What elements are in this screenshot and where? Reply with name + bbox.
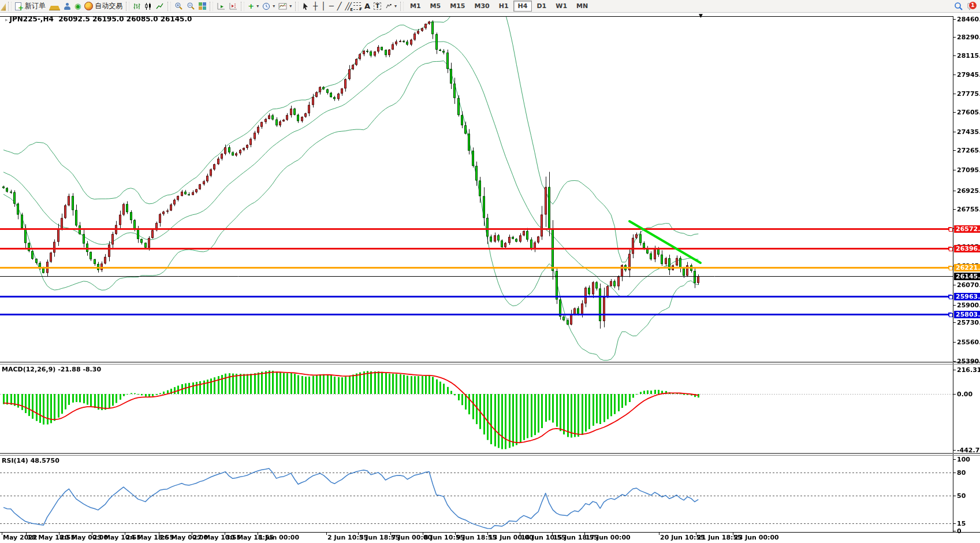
auto-scroll-button[interactable]	[215, 1, 227, 12]
toolbar-grip	[167, 2, 171, 11]
gold-button[interactable]	[47, 1, 62, 12]
bar-chart-button[interactable]	[131, 1, 143, 12]
price-tick-label: 25900.0	[957, 302, 980, 309]
template-icon	[278, 2, 287, 10]
tile-windows-button[interactable]	[197, 1, 208, 12]
ohlc-values: 26092.5 26195.0 26085.0 26145.0	[58, 15, 192, 23]
toolbar: + 新订单 ◉ 自动交易	[0, 0, 980, 13]
price-line-label: 26221.4	[954, 264, 980, 272]
macd-tick-label: 216.31	[957, 366, 980, 374]
new-order-icon: +	[15, 2, 23, 10]
timeframe-button-m15[interactable]: M15	[445, 1, 469, 12]
profile-icon	[64, 2, 71, 10]
notification-badge: 1	[969, 2, 977, 9]
price-line-label: 26145.0	[954, 273, 980, 280]
one-click-trading-arrow-icon[interactable]: ▸	[5, 17, 8, 23]
price-tick-label: 26755.0	[957, 206, 980, 213]
toolbar-grip	[210, 2, 213, 11]
price-tick-label: 25390.0	[957, 358, 980, 365]
channel-tool-button[interactable]: ╱╱E	[344, 1, 352, 12]
dropdown-arrow-icon: ▾	[273, 3, 275, 9]
trading-terminal-window: + 新订单 ◉ 自动交易	[0, 0, 980, 543]
toolbar-grip	[126, 2, 129, 11]
signal-button[interactable]: ◉	[73, 1, 83, 12]
periods-button[interactable]: ▾	[260, 1, 277, 12]
zoom-out-icon	[187, 2, 195, 10]
price-tick-label: 27605.0	[957, 109, 980, 116]
arrows-tool-button[interactable]: ▾	[383, 1, 398, 12]
chart-shift-button[interactable]	[227, 1, 239, 12]
new-order-button[interactable]: + 新订单	[13, 1, 47, 12]
timeframe-button-mn[interactable]: MN	[572, 1, 593, 12]
timeframe-group: M1M5M15M30H1H4D1W1MN	[405, 1, 593, 12]
price-tick-label: 27265.0	[957, 147, 980, 154]
zoom-in-button[interactable]	[173, 1, 185, 12]
dropdown-arrow-icon: ▾	[394, 3, 397, 9]
search-icon	[954, 2, 963, 11]
text-label-tool-button[interactable]: T	[372, 1, 383, 12]
price-tick-label: 26925.0	[957, 187, 980, 195]
macd-values: -21.88 -8.30	[58, 366, 101, 373]
candlestick-chart-button[interactable]	[143, 1, 154, 12]
search-button[interactable]	[952, 1, 965, 12]
symbol-period-label: JPN225-,H4	[10, 15, 54, 23]
arrows-icon	[385, 2, 392, 10]
indicators-button[interactable]: + ▾	[246, 1, 260, 12]
timeframe-button-w1[interactable]: W1	[551, 1, 572, 12]
line-handle[interactable]	[949, 313, 953, 317]
line-handle[interactable]	[949, 266, 953, 270]
chart-shift-icon	[229, 2, 237, 10]
vertical-line-tool-button[interactable]: │	[319, 1, 327, 12]
zoom-in-icon	[174, 2, 183, 10]
zoom-out-button[interactable]	[185, 1, 197, 12]
line-chart-button[interactable]	[154, 1, 166, 12]
auto-trading-button[interactable]: 自动交易	[83, 1, 124, 12]
fibonacci-icon: F	[353, 2, 361, 10]
horizontal-line-icon: ─	[329, 2, 334, 10]
price-tick-label: 28115.0	[957, 52, 980, 59]
crosshair-tool-button[interactable]: ┼	[311, 1, 319, 12]
rsi-label: RSI(14) 48.5750	[2, 457, 59, 464]
price-tick-label: 27775.0	[957, 90, 980, 98]
profile-button[interactable]	[62, 1, 73, 12]
auto-trading-globe-icon	[84, 2, 93, 10]
price-tick-label: 28290.0	[957, 34, 980, 41]
partial-toolbar-icon	[1, 2, 6, 11]
toolbar-grip	[241, 2, 244, 11]
toolbar-grip	[8, 2, 12, 11]
timeframe-button-d1[interactable]: D1	[532, 1, 551, 12]
time-axis-label: 1 Jun 00:00	[259, 534, 299, 541]
text-tool-button[interactable]: A	[363, 1, 372, 12]
macd-tick-label: 0.00	[957, 390, 972, 398]
line-handle[interactable]	[949, 295, 953, 299]
macd-label: MACD(12,26,9) -21.88 -8.30	[2, 366, 101, 373]
rsi-tick-label: 50	[957, 492, 966, 500]
macd-tick-label: -442.76	[957, 447, 980, 454]
timeframe-button-m1[interactable]: M1	[405, 1, 426, 12]
fibonacci-tool-button[interactable]: F	[352, 1, 363, 12]
timeframe-button-h1[interactable]: H1	[494, 1, 513, 12]
timeframe-button-m30[interactable]: M30	[469, 1, 494, 12]
timeframe-button-m5[interactable]: M5	[426, 1, 446, 12]
chart-title: ▸JPN225-,H4 26092.5 26195.0 26085.0 2614…	[5, 15, 192, 23]
chart-canvas[interactable]	[0, 13, 980, 543]
horizontal-line-tool-button[interactable]: ─	[327, 1, 336, 12]
rsi-tick-label: 15	[957, 520, 966, 527]
notifications-button[interactable]: 1	[965, 1, 978, 12]
toolbar-grip	[295, 2, 299, 11]
tile-windows-icon	[199, 2, 206, 10]
dropdown-arrow-icon: ▾	[289, 3, 292, 9]
trendline-tool-button[interactable]: ╱	[336, 1, 344, 12]
price-tick-label: 27095.0	[957, 166, 980, 174]
cursor-tool-button[interactable]	[300, 1, 311, 12]
indicators-plus-icon: +	[248, 2, 254, 10]
templates-button[interactable]: ▾	[277, 1, 293, 12]
crosshair-icon: ┼	[313, 2, 318, 10]
line-handle[interactable]	[949, 228, 953, 232]
chart-shift-marker-icon[interactable]: ▼	[699, 13, 703, 18]
auto-trading-label: 自动交易	[95, 1, 122, 11]
text-label-icon: T	[374, 2, 381, 10]
line-handle[interactable]	[949, 247, 953, 251]
timeframe-button-h4[interactable]: H4	[513, 1, 532, 12]
text-tool-icon: A	[364, 2, 370, 10]
